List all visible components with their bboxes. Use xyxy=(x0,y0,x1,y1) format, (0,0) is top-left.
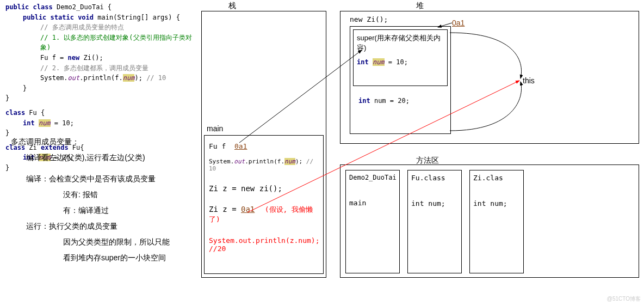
notes-title: 多态调用成员变量： xyxy=(11,136,170,148)
heap-addr: 0a1 xyxy=(452,19,465,27)
super-title: super(用来存储父类相关内容) xyxy=(357,33,444,53)
method-box-zi: Zi.clas int num; xyxy=(469,170,524,273)
stack-title: 栈 xyxy=(228,1,236,11)
method-box-fu: Fu.class int num; xyxy=(407,170,462,273)
watermark: @51CTO博客 xyxy=(607,295,641,303)
this-label: this xyxy=(523,76,535,85)
stack-frame-box: Fu f 0a1 System.out.println(f.num); // 1… xyxy=(204,135,324,274)
memory-diagram: 栈 main Fu f 0a1 System.out.println(f.num… xyxy=(199,0,644,305)
explanation-notes: 多态调用成员变量： 编译看左边(父类),运行看左边(父类) 编译：会检查父类中是… xyxy=(11,136,170,264)
method-box-demo: Demo2_DuoTai main xyxy=(345,170,400,273)
heap-title: 堆 xyxy=(416,1,424,11)
stack-main-label: main xyxy=(207,124,223,133)
heap-super-box: super(用来存储父类相关内容) int num = 10; xyxy=(353,29,448,86)
heap-newzi: new Zi(); xyxy=(350,15,388,23)
